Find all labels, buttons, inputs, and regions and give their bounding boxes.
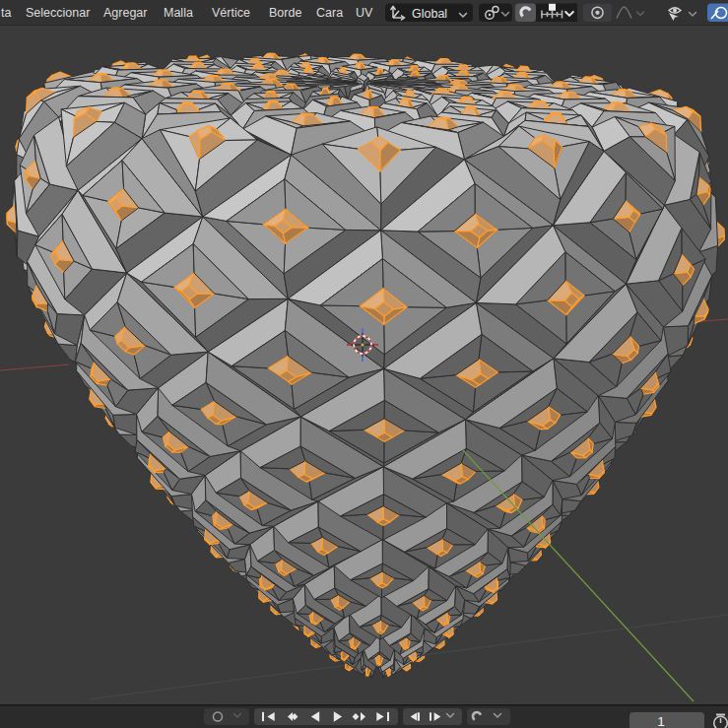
svg-text:Global: Global: [412, 7, 447, 21]
svg-text:1: 1: [657, 714, 665, 728]
svg-text:Vértice: Vértice: [212, 6, 250, 20]
svg-text:Seleccionar: Seleccionar: [26, 6, 90, 20]
svg-text:Borde: Borde: [269, 6, 301, 20]
svg-text:Malla: Malla: [164, 6, 193, 20]
svg-text:Agregar: Agregar: [103, 6, 147, 20]
svg-text:Cara: Cara: [316, 6, 343, 20]
svg-text:UV: UV: [356, 6, 373, 20]
svg-text:ta: ta: [1, 6, 11, 20]
